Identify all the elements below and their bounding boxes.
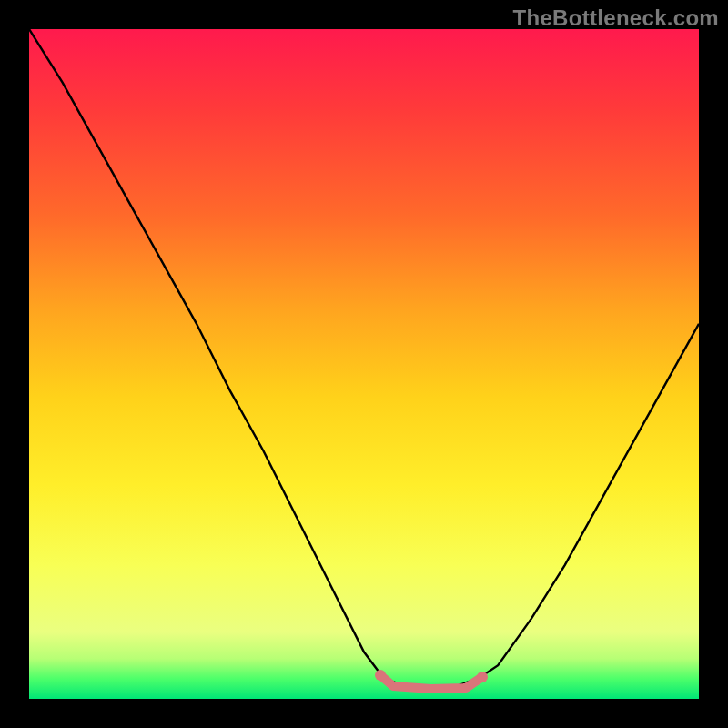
optimal-zone-marker	[380, 675, 482, 689]
optimal-zone-dot-right	[477, 672, 488, 682]
optimal-zone-dot-left	[375, 670, 386, 681]
watermark-text: TheBottleneck.com	[513, 5, 719, 31]
bottleneck-curve-svg	[29, 29, 699, 699]
chart-frame: TheBottleneck.com	[0, 0, 728, 728]
chart-plot-area	[29, 29, 699, 699]
bottleneck-curve	[29, 29, 699, 685]
